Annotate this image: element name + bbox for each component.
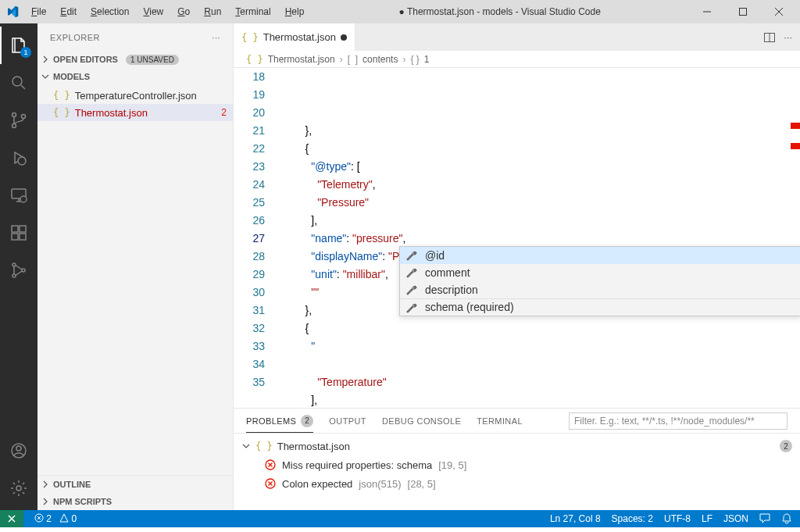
error-icon	[265, 459, 276, 470]
explorer-title: EXPLORER	[50, 33, 100, 42]
activity-remote-explorer[interactable]	[0, 177, 38, 214]
window-title: ● Thermostat.json - models - Visual Stud…	[310, 6, 689, 17]
property-icon	[405, 266, 417, 279]
activity-explorer[interactable]: 1	[0, 27, 38, 64]
json-file-icon: { }	[241, 32, 259, 43]
status-language[interactable]: JSON	[723, 513, 748, 524]
svg-rect-8	[12, 226, 18, 232]
menu-file[interactable]: File	[25, 3, 52, 20]
file-label: TemperatureController.json	[75, 90, 233, 102]
suggest-item[interactable]: schema (required)	[400, 298, 800, 316]
property-icon	[405, 302, 417, 314]
tab-thermostat-json[interactable]: { } Thermostat.json	[234, 23, 355, 51]
svg-point-17	[16, 486, 21, 491]
suggest-item[interactable]: description	[400, 281, 800, 298]
problems-filter-input[interactable]: Filter. E.g.: text, **/*.ts, !**/node_mo…	[569, 412, 788, 430]
editor-more-icon[interactable]: ···	[784, 31, 792, 43]
bell-icon[interactable]	[781, 513, 792, 524]
feedback-icon[interactable]	[759, 513, 770, 524]
error-icon	[265, 478, 276, 489]
activity-bar: 1	[0, 23, 38, 510]
titlebar: File Edit Selection View Go Run Terminal…	[0, 0, 800, 23]
activity-source-control[interactable]	[0, 102, 38, 139]
editor-tabs: { } Thermostat.json ···	[234, 23, 800, 51]
svg-point-2	[12, 113, 16, 117]
status-encoding[interactable]: UTF-8	[664, 513, 691, 524]
extensions-icon	[9, 223, 28, 242]
error-marker	[791, 143, 800, 149]
activity-account[interactable]	[0, 432, 38, 470]
panel-tab-debug-console[interactable]: DEBUG CONSOLE	[382, 416, 461, 426]
tab-dirty-indicator[interactable]	[341, 34, 347, 41]
json-file-icon: { }	[246, 54, 263, 65]
status-problems[interactable]: 2 0	[34, 513, 77, 524]
activity-extensions[interactable]	[0, 214, 38, 252]
breadcrumbs[interactable]: { } Thermostat.json › [ ] contents › { }…	[234, 51, 800, 68]
file-tree-item[interactable]: { } TemperatureController.json	[38, 87, 233, 104]
problem-file-row[interactable]: { } Thermostat.json 2	[241, 437, 792, 455]
svg-point-7	[20, 196, 27, 202]
panel-tab-terminal[interactable]: TERMINAL	[477, 416, 523, 426]
svg-rect-9	[12, 234, 18, 240]
suggest-item[interactable]: @id	[400, 247, 800, 264]
problems-count-badge: 2	[301, 415, 313, 427]
remote-explorer-icon	[9, 186, 28, 205]
menu-edit[interactable]: Edit	[54, 3, 83, 20]
window-close-button[interactable]	[761, 0, 797, 23]
svg-rect-11	[20, 226, 26, 232]
error-marker	[791, 123, 800, 129]
vscode-logo-icon	[6, 5, 19, 18]
suggest-item[interactable]: comment	[400, 264, 800, 281]
open-editors-section[interactable]: OPEN EDITORS 1 UNSAVED	[38, 51, 233, 68]
chevron-right-icon	[41, 480, 50, 489]
status-remote[interactable]	[0, 510, 23, 527]
panel-tab-output[interactable]: OUTPUT	[329, 416, 366, 426]
problem-row[interactable]: Colon expected json(515) [28, 5]	[241, 474, 792, 493]
menu-go[interactable]: Go	[171, 3, 196, 20]
json-file-icon: { }	[53, 90, 70, 101]
explorer-more-icon[interactable]: ···	[212, 33, 220, 42]
minimap-overview[interactable]	[791, 68, 800, 408]
svg-point-1	[12, 77, 22, 86]
activity-debug[interactable]	[0, 139, 38, 177]
activity-search[interactable]	[0, 64, 38, 102]
activity-azure[interactable]	[0, 252, 38, 289]
split-editor-icon[interactable]	[763, 31, 776, 44]
explorer-sidebar: EXPLORER ··· OPEN EDITORS 1 UNSAVED MODE…	[38, 23, 234, 510]
property-icon	[405, 249, 417, 262]
menu-selection[interactable]: Selection	[84, 3, 135, 20]
window-minimize-button[interactable]	[689, 0, 725, 23]
branch-icon	[9, 111, 28, 130]
code-editor[interactable]: 181920212223242526272829303132333435 }, …	[234, 68, 800, 408]
search-icon	[9, 73, 28, 92]
menu-run[interactable]: Run	[198, 3, 227, 20]
editor-group: { } Thermostat.json ··· { } Thermostat.j…	[234, 23, 800, 510]
debug-icon	[9, 148, 28, 167]
menu-help[interactable]: Help	[279, 3, 311, 20]
menu-terminal[interactable]: Terminal	[229, 3, 277, 20]
bottom-panel: PROBLEMS 2 OUTPUT DEBUG CONSOLE TERMINAL…	[234, 408, 800, 510]
file-label: Thermostat.json	[75, 107, 217, 119]
outline-section[interactable]: OUTLINE	[38, 476, 233, 493]
file-tree-item[interactable]: { } Thermostat.json 2	[38, 104, 233, 121]
svg-point-16	[16, 446, 21, 451]
status-spaces[interactable]: Spaces: 2	[612, 513, 653, 524]
svg-rect-10	[20, 234, 26, 240]
suggest-widget[interactable]: @idcommentdescriptionschema (required)	[399, 246, 800, 316]
activity-settings[interactable]	[0, 470, 38, 507]
error-icon	[34, 513, 44, 523]
panel-tab-problems[interactable]: PROBLEMS 2	[246, 415, 313, 427]
status-eol[interactable]: LF	[702, 513, 712, 524]
azure-icon	[9, 261, 28, 280]
svg-rect-0	[740, 9, 747, 16]
folder-section[interactable]: MODELS	[38, 68, 233, 85]
window-maximize-button[interactable]	[725, 0, 761, 23]
status-cursor[interactable]: Ln 27, Col 8	[550, 513, 601, 524]
remote-icon	[6, 513, 17, 524]
svg-point-3	[12, 124, 16, 128]
json-file-icon: { }	[255, 441, 273, 452]
problem-row[interactable]: Miss required properties: schema [19, 5]	[241, 455, 792, 474]
npm-section[interactable]: NPM SCRIPTS	[38, 493, 233, 510]
svg-point-13	[12, 274, 16, 277]
menu-view[interactable]: View	[137, 3, 170, 20]
